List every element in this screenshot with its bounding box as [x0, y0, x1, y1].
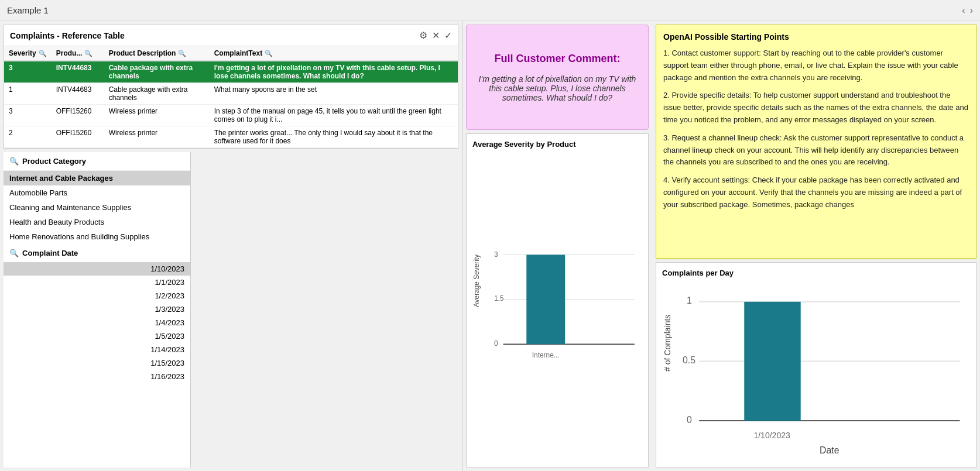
- svg-text:Interne...: Interne...: [532, 351, 560, 359]
- full-comment-box: Full Customer Comment: I'm getting a lot…: [466, 25, 649, 130]
- date-item[interactable]: 1/1/2023: [4, 276, 190, 289]
- openai-paragraph: 1. Contact customer support: Start by re…: [663, 47, 969, 84]
- cell-desc: Wireless printer: [104, 105, 210, 126]
- category-item[interactable]: Home Renovations and Building Supplies: [4, 229, 190, 244]
- left-panel: Complaints - Reference Table ⚙ ✕ ✓: [0, 21, 462, 471]
- avg-severity-chart-box: Average Severity by Product 3 1.5 0 Aver…: [466, 133, 649, 467]
- openai-text: 1. Contact customer support: Start by re…: [663, 47, 969, 211]
- check-icon[interactable]: ✓: [444, 30, 452, 41]
- avg-severity-chart-title: Average Severity by Product: [472, 140, 642, 149]
- next-button[interactable]: ›: [970, 5, 973, 16]
- product-category-section: 🔍 Product Category: [4, 152, 190, 171]
- complaints-table-section: Complaints - Reference Table ⚙ ✕ ✓: [4, 25, 458, 149]
- col-header-severity: Severity 🔍: [4, 46, 52, 61]
- filter-bottom: 🔍 Product Category Internet and Cable Pa…: [0, 152, 462, 471]
- filter-left-panel: 🔍 Product Category Internet and Cable Pa…: [4, 152, 191, 467]
- category-list: Internet and Cable PackagesAutomobile Pa…: [4, 171, 190, 244]
- severity-search-icon[interactable]: 🔍: [39, 50, 47, 57]
- complaint-date-section: 🔍 Complaint Date: [4, 244, 190, 262]
- svg-text:# of Complaints: # of Complaints: [663, 315, 672, 372]
- complaint-date-title: 🔍 Complaint Date: [9, 249, 184, 257]
- date-item[interactable]: 1/5/2023: [4, 329, 190, 343]
- cell-product: OFFI15260: [52, 105, 104, 126]
- cell-complaint: What many spoons are in the set: [210, 83, 458, 105]
- cell-severity: 3: [4, 61, 52, 83]
- cell-product: OFFI15260: [52, 126, 104, 148]
- cpd-chart-area: 1 0.5 0 # of Complaints 1/10/2023: [662, 282, 970, 461]
- cpd-box: Complaints per Day 1 0.5 0 # of Complain…: [656, 262, 976, 467]
- cell-complaint: I'm getting a lot of pixellation on my T…: [210, 61, 458, 83]
- date-item[interactable]: 1/10/2023: [4, 262, 190, 276]
- category-item[interactable]: Health and Beauty Products: [4, 215, 190, 229]
- cell-severity: 2: [4, 126, 52, 148]
- avg-severity-chart-area: 3 1.5 0 Average Severity: [472, 153, 642, 461]
- prev-button[interactable]: ‹: [962, 5, 965, 16]
- date-item[interactable]: 1/2/2023: [4, 289, 190, 302]
- desc-search-icon[interactable]: 🔍: [178, 50, 186, 57]
- category-item[interactable]: Internet and Cable Packages: [4, 171, 190, 185]
- date-item[interactable]: 1/14/2023: [4, 343, 190, 356]
- settings-icon[interactable]: ⚙: [419, 30, 427, 41]
- col-header-desc: Product Description 🔍: [104, 46, 210, 61]
- table-row[interactable]: 2 OFFI15260 Wireless printer The printer…: [4, 126, 458, 148]
- full-comment-text: I'm getting a lot of pixellation on my T…: [478, 74, 636, 102]
- svg-text:3: 3: [494, 250, 498, 259]
- cell-severity: 1: [4, 83, 52, 105]
- right-panel: OpenAI Possible Starting Points 1. Conta…: [652, 21, 980, 471]
- charts-row: Average Severity by Product 3 1.5 0 Aver…: [466, 133, 649, 467]
- avg-severity-svg: 3 1.5 0 Average Severity: [472, 153, 642, 461]
- table-wrapper: Severity 🔍 Produ... 🔍: [4, 46, 458, 148]
- nav-arrows: ‹ ›: [962, 5, 973, 16]
- close-icon[interactable]: ✕: [432, 30, 440, 41]
- table-row[interactable]: 1 INTV44683 Cable package with extra cha…: [4, 83, 458, 105]
- cell-product: INTV44683: [52, 83, 104, 105]
- cell-complaint: In step 3 of the manual on page 45, it t…: [210, 105, 458, 126]
- table-controls: ⚙ ✕ ✓: [419, 30, 452, 41]
- openai-paragraph: 4. Verify account settings: Check if you…: [663, 174, 969, 211]
- product-category-title: 🔍 Product Category: [9, 157, 184, 166]
- openai-paragraph: 3. Request a channel lineup check: Ask t…: [663, 132, 969, 169]
- cpd-bar: [744, 302, 800, 421]
- cpd-title: Complaints per Day: [662, 269, 970, 277]
- svg-text:0: 0: [494, 339, 498, 348]
- complaint-date-search-icon[interactable]: 🔍: [9, 249, 19, 257]
- openai-box: OpenAI Possible Starting Points 1. Conta…: [656, 25, 976, 259]
- app-title: Example 1: [7, 5, 49, 15]
- cell-product: INTV44683: [52, 61, 104, 83]
- date-item[interactable]: 1/15/2023: [4, 356, 190, 370]
- center-panel: Full Customer Comment: I'm getting a lot…: [462, 21, 652, 471]
- full-comment-title: Full Customer Comment:: [494, 53, 620, 65]
- svg-text:1/10/2023: 1/10/2023: [753, 431, 790, 440]
- cell-desc: Cable package with extra channels: [104, 61, 210, 83]
- table-row[interactable]: 3 OFFI15260 Wireless printer In step 3 o…: [4, 105, 458, 126]
- svg-text:Average Severity: Average Severity: [472, 255, 481, 307]
- col-header-product: Produ... 🔍: [52, 46, 104, 61]
- cell-severity: 3: [4, 105, 52, 126]
- product-category-search-icon[interactable]: 🔍: [9, 157, 19, 166]
- title-bar: Example 1 ‹ ›: [0, 0, 980, 21]
- svg-text:Date: Date: [820, 445, 839, 455]
- date-item[interactable]: 1/3/2023: [4, 302, 190, 316]
- date-item[interactable]: 1/16/2023: [4, 370, 190, 383]
- cell-complaint: The printer works great... The only thin…: [210, 126, 458, 148]
- svg-text:1.5: 1.5: [494, 294, 504, 302]
- col-header-complaint: ComplaintText 🔍: [210, 46, 458, 61]
- date-item[interactable]: 1/4/2023: [4, 316, 190, 329]
- table-row[interactable]: 3 INTV44683 Cable package with extra cha…: [4, 61, 458, 83]
- category-item[interactable]: Cleaning and Maintenance Supplies: [4, 200, 190, 215]
- complaint-search-icon[interactable]: 🔍: [265, 50, 273, 57]
- table-title: Complaints - Reference Table: [10, 31, 125, 40]
- category-item[interactable]: Automobile Parts: [4, 185, 190, 200]
- cpd-svg: 1 0.5 0 # of Complaints 1/10/2023: [662, 282, 970, 461]
- cell-desc: Wireless printer: [104, 126, 210, 148]
- avg-severity-bar: [526, 255, 565, 344]
- product-search-icon[interactable]: 🔍: [84, 50, 92, 57]
- date-list: 1/10/20231/1/20231/2/20231/3/20231/4/202…: [4, 262, 190, 383]
- cell-desc: Cable package with extra channels: [104, 83, 210, 105]
- table-header-row: Complaints - Reference Table ⚙ ✕ ✓: [4, 25, 458, 46]
- openai-title: OpenAI Possible Starting Points: [663, 32, 969, 42]
- svg-text:0: 0: [687, 415, 692, 425]
- svg-text:1: 1: [687, 295, 692, 305]
- table-header: Severity 🔍 Produ... 🔍: [4, 46, 458, 61]
- svg-text:0.5: 0.5: [683, 355, 695, 365]
